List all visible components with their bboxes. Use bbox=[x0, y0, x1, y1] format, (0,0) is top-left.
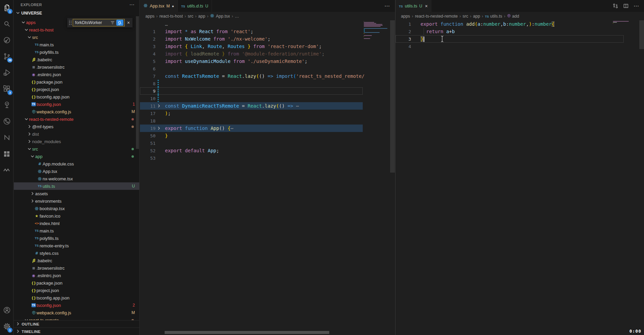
tree-item-app[interactable]: app bbox=[14, 153, 139, 160]
activitybar-extensions[interactable]: 3 bbox=[0, 81, 14, 97]
tree-item-main.ts[interactable]: TSmain.ts bbox=[14, 227, 139, 234]
activitybar-source-control[interactable]: 38 bbox=[0, 49, 14, 65]
minimap[interactable] bbox=[364, 21, 390, 40]
breadcrumb-item[interactable]: apps bbox=[145, 14, 154, 19]
fuzzy-match-toggle[interactable] bbox=[116, 20, 123, 26]
more-icon[interactable]: ⋯ bbox=[384, 3, 390, 9]
code-line-1[interactable]: 1export function add(a:number,b:number,)… bbox=[396, 20, 624, 28]
outline-section-header[interactable]: OUTLINE bbox=[14, 320, 139, 328]
code-line-9[interactable]: 9 bbox=[140, 87, 363, 95]
tree-item-@mf-types[interactable]: @mf-types bbox=[14, 123, 139, 130]
breadcrumb-item[interactable]: App.tsx bbox=[210, 14, 230, 19]
tree-item-project.json[interactable]: {}project.json bbox=[14, 287, 139, 294]
vertical-scrollbar[interactable] bbox=[390, 20, 395, 173]
minimap[interactable] bbox=[613, 21, 639, 25]
tree-item-main.ts[interactable]: TSmain.ts bbox=[14, 41, 139, 48]
code-line-4[interactable]: 4import { loadRemote } from '@module-fed… bbox=[140, 50, 363, 58]
tree-item-App.tsx[interactable]: App.tsx bbox=[14, 168, 139, 175]
tree-item-environments[interactable]: environments bbox=[14, 197, 139, 205]
breadcrumb-item[interactable]: app bbox=[473, 14, 480, 19]
tree-item-tsconfig.json[interactable]: TStsconfig.json2 bbox=[14, 302, 139, 309]
activitybar-nx-console[interactable] bbox=[0, 130, 14, 146]
code-line-52[interactable]: 52export default App; bbox=[140, 147, 363, 154]
tree-item-.babelrc[interactable]: β.babelrc bbox=[14, 56, 139, 63]
dirty-indicator-icon[interactable]: ● bbox=[172, 4, 174, 8]
tree-item-src[interactable]: src bbox=[14, 34, 139, 41]
code-line-10[interactable]: 10 bbox=[140, 95, 363, 102]
tree-item-react-ts-remote[interactable]: react-ts-remote bbox=[14, 316, 139, 320]
code-line-7[interactable]: 7const ReactTsRemote = React.lazy(() => … bbox=[140, 72, 363, 80]
tab-utils.ts[interactable]: TSutils.tsU× bbox=[396, 0, 431, 12]
tree-item-.eslintrc.json[interactable]: ◉.eslintrc.json bbox=[14, 71, 139, 78]
tree-item-nx-welcome.tsx[interactable]: nx-welcome.tsx bbox=[14, 175, 139, 182]
tab-App.tsx[interactable]: App.tsxM● bbox=[140, 0, 178, 12]
tree-item-node_modules[interactable]: node_modules bbox=[14, 138, 139, 145]
activitybar-explorer[interactable]: 1 bbox=[0, 0, 14, 16]
timeline-section-header[interactable]: TIMELINE bbox=[14, 328, 139, 335]
code-editor-right[interactable]: 1export function add(a:number,b:number,)… bbox=[396, 20, 644, 335]
breadcrumb-item[interactable]: react-ts-host bbox=[159, 14, 183, 19]
tree-item-project.json[interactable]: {}project.json bbox=[14, 86, 139, 93]
code-line-5[interactable]: 5import useDynamicModule from './useDyna… bbox=[140, 58, 363, 65]
tree-item-tsconfig.app.json[interactable]: {}tsconfig.app.json bbox=[14, 93, 139, 100]
activitybar-wave[interactable] bbox=[0, 162, 14, 179]
tree-item-.browserslistrc[interactable]: ≡.browserslistrc bbox=[14, 63, 139, 71]
tree-item-tsconfig.json[interactable]: TStsconfig.json1 bbox=[14, 100, 139, 108]
close-icon[interactable]: × bbox=[425, 3, 428, 9]
tree-item-.babelrc[interactable]: β.babelrc bbox=[14, 257, 139, 264]
code-line-8[interactable]: 8 bbox=[140, 80, 363, 87]
breadcrumb-item[interactable]: react-ts-nested-remote bbox=[415, 14, 457, 19]
find-input[interactable]: forkDtsWorker bbox=[75, 20, 110, 25]
code-line-3[interactable]: 3} bbox=[396, 35, 624, 43]
code-line-3[interactable]: 3import { Link, Route, Routes } from 're… bbox=[140, 43, 363, 50]
tree-item-package.json[interactable]: {}package.json bbox=[14, 78, 139, 86]
code-line-1[interactable]: 1import * as React from 'react'; bbox=[140, 28, 363, 35]
tree-item-.eslintrc.json[interactable]: ◉.eslintrc.json bbox=[14, 272, 139, 279]
activitybar-tool-circle[interactable] bbox=[0, 32, 14, 49]
tab-utils.d.ts[interactable]: TSutils.d.tsU bbox=[178, 0, 212, 12]
tree-item-App.module.css[interactable]: #App.module.css bbox=[14, 160, 139, 168]
code-line-50[interactable]: 50} bbox=[140, 132, 363, 139]
horizontal-scrollbar[interactable] bbox=[165, 331, 329, 334]
more-icon[interactable]: ⋯ bbox=[634, 3, 639, 9]
tree-item-favicon.ico[interactable]: ★favicon.ico bbox=[14, 212, 139, 220]
breadcrumb-item[interactable]: apps bbox=[401, 14, 410, 19]
tree-item-.browserslistrc[interactable]: ≡.browserslistrc bbox=[14, 264, 139, 272]
split-icon[interactable] bbox=[623, 3, 629, 9]
vertical-scrollbar[interactable] bbox=[639, 20, 644, 49]
breadcrumb-item[interactable]: add bbox=[507, 14, 519, 19]
close-icon[interactable]: × bbox=[125, 20, 132, 25]
tree-item-webpack.config.js[interactable]: webpack.config.jsM bbox=[14, 309, 139, 316]
code-line-19[interactable]: 19export function App() {⋯ bbox=[140, 125, 363, 132]
breadcrumb-item[interactable]: src bbox=[188, 14, 193, 19]
fold-chevron-icon[interactable] bbox=[156, 126, 162, 131]
tree-item-styles.css[interactable]: #styles.css bbox=[14, 249, 139, 257]
tree-item-assets[interactable]: assets bbox=[14, 190, 139, 197]
code-line-17[interactable]: 17); bbox=[140, 110, 363, 117]
compare-icon[interactable] bbox=[613, 3, 618, 9]
activitybar-todo-tree[interactable] bbox=[0, 97, 14, 114]
sidebar-more-icon[interactable]: ⋯ bbox=[129, 2, 135, 8]
activitybar-accounts[interactable] bbox=[0, 303, 14, 319]
code-line-11[interactable]: 11const DynamicReactTsRemote = React.laz… bbox=[140, 102, 363, 110]
tree-item-polyfills.ts[interactable]: TSpolyfills.ts bbox=[14, 234, 139, 242]
code-line-53[interactable]: 53 bbox=[140, 154, 363, 162]
code-line-x[interactable]: … bbox=[140, 20, 363, 28]
code-line-4[interactable]: 4 bbox=[396, 43, 624, 50]
code-line-6[interactable]: 6 bbox=[140, 65, 363, 72]
fold-chevron-icon[interactable] bbox=[156, 103, 162, 109]
code-editor-left[interactable]: …1import * as React from 'react';2import… bbox=[140, 20, 395, 335]
tree-item-src[interactable]: src bbox=[14, 145, 139, 153]
tree-item-index.html[interactable]: <>index.html bbox=[14, 220, 139, 227]
drag-handle-icon[interactable] bbox=[68, 20, 72, 26]
activitybar-run-debug[interactable] bbox=[0, 65, 14, 81]
tree-item-dist[interactable]: dist bbox=[14, 130, 139, 138]
tree-item-polyfills.ts[interactable]: TSpolyfills.ts bbox=[14, 48, 139, 56]
activitybar-git-graph[interactable] bbox=[0, 114, 14, 130]
activitybar-settings[interactable]: 1 bbox=[0, 319, 14, 335]
tree-item-package.json[interactable]: {}package.json bbox=[14, 279, 139, 287]
activitybar-search[interactable] bbox=[0, 16, 14, 32]
code-line-51[interactable]: 51 bbox=[140, 139, 363, 147]
breadcrumb-item[interactable]: app bbox=[198, 14, 205, 19]
filter-icon[interactable] bbox=[110, 21, 116, 25]
